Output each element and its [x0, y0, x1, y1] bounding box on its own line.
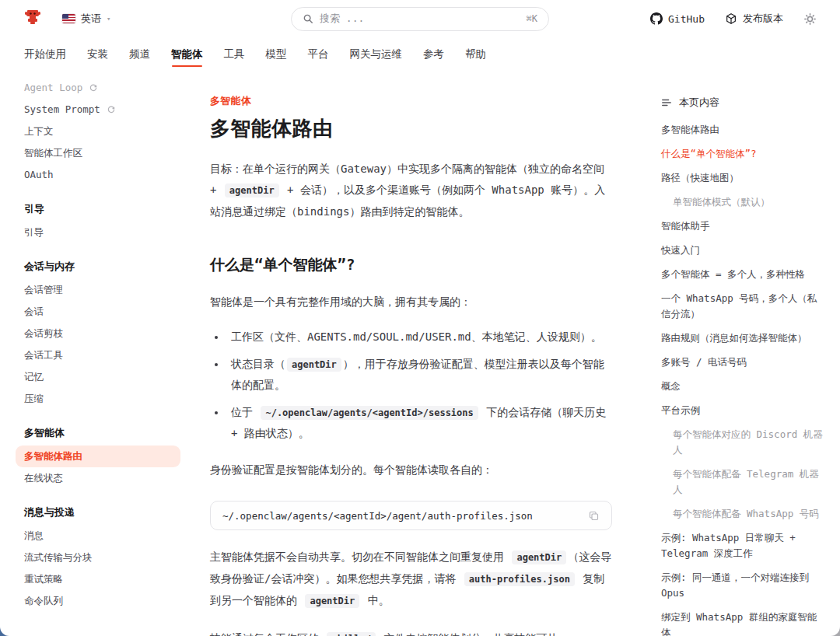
sidebar-item[interactable]: System Prompt [16, 99, 180, 121]
github-label: GitHub [668, 13, 705, 25]
sidebar-item[interactable]: 流式传输与分块 [16, 547, 180, 568]
toc-item[interactable]: 多个智能体 = 多个人，多种性格 [661, 262, 824, 286]
sidebar-item[interactable]: 会话剪枝 [16, 323, 180, 344]
sidebar-group-title: 引导 [16, 197, 180, 222]
release-label: 发布版本 [743, 12, 783, 26]
nav-tab[interactable]: 网关与运维 [350, 37, 403, 72]
release-link[interactable]: 发布版本 [725, 12, 783, 26]
toc-item[interactable]: 示例: WhatsApp 日常聊天 + Telegram 深度工作 [661, 526, 824, 565]
nav-tab[interactable]: 开始使用 [24, 37, 66, 72]
toc-item[interactable]: 多智能体路由 [661, 117, 824, 142]
sidebar-item[interactable]: 会话工具 [16, 344, 180, 366]
sidebar-item-label: 会话工具 [24, 349, 63, 362]
list-item: 工作区（文件、AGENTS.md/SOUL.md/USER.md、本地笔记、人设… [226, 327, 612, 347]
toc-item[interactable]: 示例: 同一通道，一个对端连接到 Opus [661, 565, 824, 605]
search-shortcut: ⌘K [527, 13, 537, 24]
sidebar-group: 多智能体 多智能体路由 [16, 421, 180, 489]
sidebar-group-list: 多智能体路由 在线状态 [16, 446, 180, 489]
section-heading-single-agent: 什么是“单个智能体”? [210, 255, 612, 275]
toc-list: 多智能体路由什么是“单个智能体”?路径（快速地图）单智能体模式（默认）智能体助手… [661, 117, 824, 636]
toc-title: 本页内容 [679, 96, 719, 110]
inline-code: agentDir [305, 594, 359, 608]
sidebar-item[interactable]: 压缩 [16, 388, 180, 410]
theme-toggle[interactable] [803, 12, 817, 26]
toc-item[interactable]: 一个 WhatsApp 号码，多个人（私信分流） [661, 286, 824, 326]
sidebar-item[interactable]: OAuth [16, 164, 180, 186]
sidebar-item[interactable]: 记忆 [16, 366, 180, 388]
nav-tab[interactable]: 智能体 [171, 37, 203, 72]
inline-code: agentDir [287, 358, 341, 372]
toc-item[interactable]: 每个智能体配备 Telegram 机器人 [661, 462, 824, 501]
list-item: 位于 ~/.openclaw/agents/<agentId>/sessions… [226, 402, 612, 443]
sidebar-group-list: 会话管理 会话 [16, 279, 180, 410]
page-title: 多智能体路由 [210, 115, 612, 142]
toc-item[interactable]: 快速入门 [661, 238, 824, 262]
sidebar-item-label: 会话剪枝 [24, 327, 63, 340]
toc-item[interactable]: 路由规则（消息如何选择智能体） [661, 326, 824, 350]
language-selector[interactable]: 英语 ▾ [62, 12, 110, 26]
nav-tab[interactable]: 平台 [308, 37, 329, 72]
lobster-logo-icon [23, 8, 42, 30]
sidebar-group-list: 引导 [16, 222, 180, 243]
sidebar-item[interactable]: 会话管理 [16, 279, 180, 301]
top-header: 英语 ▾ 搜索 ... ⌘K GitHub [0, 0, 840, 37]
sidebar-group-list: 消息 流式传输与分块 [16, 525, 180, 612]
toc-item[interactable]: 平台示例 [661, 398, 824, 422]
sidebar-item-label: 在线状态 [24, 472, 63, 484]
toc-item[interactable]: 每个智能体对应的 Discord 机器人 [661, 422, 824, 462]
nav-tab[interactable]: 参考 [423, 37, 444, 72]
sidebar-item[interactable]: 多智能体路由 [16, 446, 180, 467]
github-link[interactable]: GitHub [650, 12, 705, 25]
sidebar-item-label: 上下文 [24, 125, 54, 138]
language-label: 英语 [81, 12, 101, 26]
search-placeholder: 搜索 ... [320, 12, 364, 26]
sidebar-item-label: 流式传输与分块 [24, 551, 93, 564]
loop-icon [107, 106, 115, 114]
outline-icon [661, 97, 672, 108]
sidebar-item[interactable]: 引导 [16, 222, 180, 243]
toc-item[interactable]: 绑定到 WhatsApp 群组的家庭智能体 [661, 605, 824, 636]
search-button[interactable]: 搜索 ... ⌘K [291, 7, 549, 31]
sidebar-item[interactable]: 智能体工作区 [16, 142, 180, 164]
toc-item[interactable]: 每个智能体配备 WhatsApp 号码 [661, 501, 824, 526]
paragraph-brain: 智能体是一个具有完整作用域的大脑，拥有其专属的： [210, 292, 612, 313]
sidebar-item-label: 记忆 [24, 371, 44, 383]
sidebar-item[interactable]: 会话 [16, 301, 180, 323]
toc-item[interactable]: 什么是“单个智能体”? [661, 142, 824, 166]
sidebar-item[interactable]: 命令队列 [16, 590, 180, 612]
sidebar-item[interactable]: 消息 [16, 525, 180, 547]
github-icon [650, 12, 663, 25]
search-icon [303, 13, 313, 24]
code-block-text: ~/.openclaw/agents/<agentId>/agent/auth-… [222, 510, 533, 522]
toc-item[interactable]: 智能体助手 [661, 214, 824, 238]
nav-tab[interactable]: 模型 [266, 37, 287, 72]
toc-item[interactable]: 单智能体模式（默认） [661, 190, 824, 214]
site-logo[interactable] [23, 8, 42, 30]
sidebar-item-label: 智能体工作区 [24, 147, 82, 159]
paragraph-share: 主智能体凭据不会自动共享。切勿在不同智能体之间重复使用 agentDir（这会导… [210, 547, 612, 612]
sidebar: Agent Loop System Prompt [16, 72, 180, 623]
code-block: ~/.openclaw/agents/<agentId>/agent/auth-… [210, 501, 612, 530]
nav-tab[interactable]: 频道 [129, 37, 150, 72]
sidebar-item-label: 会话管理 [24, 284, 63, 296]
sidebar-item-label: System Prompt [24, 103, 100, 116]
sidebar-item[interactable]: 重试策略 [16, 568, 180, 590]
toc-item[interactable]: 概念 [661, 374, 824, 398]
inline-code: skills/ [327, 632, 376, 636]
toc-item[interactable]: 多账号 / 电话号码 [661, 350, 824, 374]
sidebar-item-label: 消息 [24, 529, 44, 542]
toc-item[interactable]: 路径（快速地图） [661, 166, 824, 190]
sidebar-item[interactable]: 上下文 [16, 121, 180, 142]
sidebar-group: 引导 引导 [16, 197, 180, 243]
nav-tab[interactable]: 工具 [224, 37, 245, 72]
nav-tab[interactable]: 帮助 [465, 37, 486, 72]
sidebar-item-label: 引导 [24, 226, 44, 239]
agent-scope-list: 工作区（文件、AGENTS.md/SOUL.md/USER.md、本地笔记、人设… [210, 327, 612, 443]
sidebar-group: Agent Loop System Prompt [16, 77, 180, 186]
sidebar-item[interactable]: 在线状态 [16, 467, 180, 489]
inline-code: auth-profiles.json [464, 572, 575, 586]
paragraph-goal: 目标：在单个运行的网关（Gateway）中实现多个隔离的智能体（独立的命名空间 … [210, 159, 612, 222]
copy-button[interactable] [588, 510, 600, 522]
nav-tab[interactable]: 安装 [87, 37, 108, 72]
sidebar-item[interactable]: Agent Loop [16, 77, 180, 99]
